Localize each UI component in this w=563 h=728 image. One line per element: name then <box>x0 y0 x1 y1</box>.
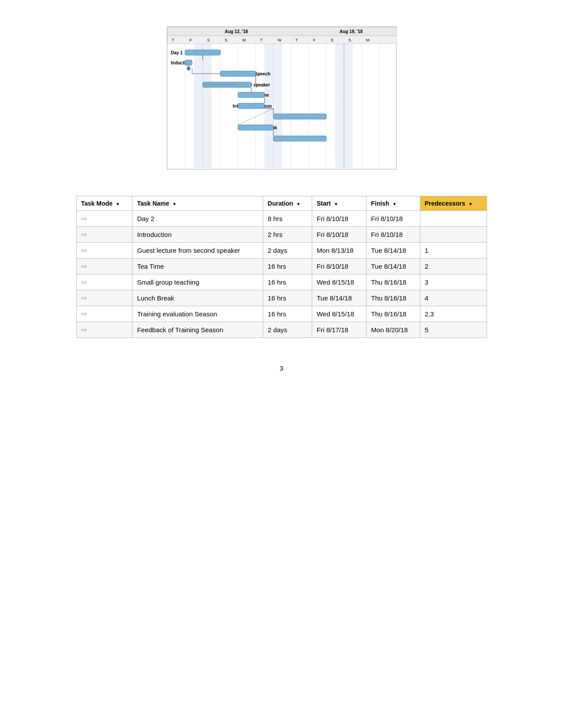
cell-start: Fri 8/10/18 <box>312 227 367 243</box>
day-1: T <box>172 38 174 42</box>
day-2: F <box>189 38 192 42</box>
cell-task-name: Day 2 <box>132 211 263 227</box>
header-start-filter[interactable]: ▼ <box>334 202 338 206</box>
cell-task-name: Guest lecture from second speaker <box>132 243 263 259</box>
table-row: ⇨Introduction2 hrsFri 8/10/18Fri 8/10/18 <box>76 227 487 243</box>
task-teatime-bar <box>238 92 264 98</box>
header-predecessors[interactable]: Predecessors ▼ <box>420 196 487 211</box>
table-header-row: Task Mode ▼ Task Name ▼ Duration ▼ Start… <box>76 196 487 211</box>
task-induction-milestone <box>186 66 191 71</box>
cell-task-name: Introduction <box>132 227 263 243</box>
header-predecessors-filter[interactable]: ▼ <box>468 202 472 206</box>
cell-predecessors: 5 <box>420 322 487 338</box>
day-10: S <box>331 38 333 42</box>
cell-task-mode: ⇨ <box>76 211 132 227</box>
cell-duration: 2 days <box>263 243 312 259</box>
task-mode-icon: ⇨ <box>81 246 87 255</box>
cell-task-name: Training evaluation Season <box>132 306 263 322</box>
cell-start: Wed 8/15/18 <box>312 274 367 290</box>
header-start[interactable]: Start ▼ <box>312 196 367 211</box>
header-duration-label: Duration <box>268 200 293 207</box>
cell-finish: Thu 8/16/18 <box>367 274 420 290</box>
cell-task-mode: ⇨ <box>76 306 132 322</box>
table-body: ⇨Day 28 hrsFri 8/10/18Fri 8/10/18⇨Introd… <box>76 211 487 338</box>
cell-predecessors: 3 <box>420 274 487 290</box>
header-finish-label: Finish <box>371 200 389 207</box>
table-row: ⇨Lunch Break16 hrsTue 8/14/18Thu 8/16/18… <box>76 290 487 306</box>
cell-predecessors <box>420 211 487 227</box>
header-task-mode[interactable]: Task Mode ▼ <box>76 196 132 211</box>
task-training-bar <box>273 114 326 119</box>
cell-task-mode: ⇨ <box>76 274 132 290</box>
task-motivation-bar <box>220 71 256 76</box>
page-number: 3 <box>280 364 283 372</box>
table-row: ⇨Feedback of Training Season2 daysFri 8/… <box>76 322 487 338</box>
task-induction-bar <box>185 60 192 65</box>
task-lunch-bar <box>238 125 273 130</box>
task-day1-label: Day 1 <box>171 50 183 55</box>
task-mode-icon: ⇨ <box>81 294 87 302</box>
cell-task-mode: ⇨ <box>76 322 132 338</box>
header-task-name-label: Task Name <box>137 200 169 207</box>
table-row: ⇨Training evaluation Season16 hrsWed 8/1… <box>76 306 487 322</box>
header-duration[interactable]: Duration ▼ <box>263 196 312 211</box>
cell-task-mode: ⇨ <box>76 227 132 243</box>
header-task-name[interactable]: Task Name ▼ <box>132 196 263 211</box>
cell-task-name: Tea Time <box>132 259 263 274</box>
cell-finish: Thu 8/16/18 <box>367 290 420 306</box>
cell-task-name: Small group teaching <box>132 274 263 290</box>
cell-start: Fri 8/10/18 <box>312 259 367 274</box>
table-row: ⇨Day 28 hrsFri 8/10/18Fri 8/10/18 <box>76 211 487 227</box>
task-table-wrapper: Task Mode ▼ Task Name ▼ Duration ▼ Start… <box>76 196 487 338</box>
task-table: Task Mode ▼ Task Name ▼ Duration ▼ Start… <box>76 196 487 338</box>
cell-duration: 2 hrs <box>263 227 312 243</box>
cell-duration: 16 hrs <box>263 274 312 290</box>
date-aug19: Aug 19, '18 <box>340 29 363 34</box>
cell-finish: Tue 8/14/18 <box>367 259 420 274</box>
task-mode-icon: ⇨ <box>81 278 87 286</box>
cell-predecessors: 2,3 <box>420 306 487 322</box>
task-day1-bar <box>185 50 220 55</box>
cell-start: Mon 8/13/18 <box>312 243 367 259</box>
header-finish[interactable]: Finish ▼ <box>367 196 420 211</box>
header-task-mode-label: Task Mode <box>81 200 113 207</box>
date-aug12: Aug 12, '18 <box>225 29 248 34</box>
task-interactive-bar <box>238 103 264 109</box>
cell-start: Fri 8/17/18 <box>312 322 367 338</box>
cell-duration: 16 hrs <box>263 259 312 274</box>
header-finish-filter[interactable]: ▼ <box>392 202 397 206</box>
cell-start: Fri 8/10/18 <box>312 211 367 227</box>
cell-finish: Fri 8/10/18 <box>367 211 420 227</box>
cell-finish: Tue 8/14/18 <box>367 243 420 259</box>
header-task-name-filter[interactable]: ▼ <box>172 202 177 206</box>
task-mode-icon: ⇨ <box>81 262 87 270</box>
svg-rect-4 <box>167 36 397 44</box>
day-11: S <box>348 38 351 42</box>
header-predecessors-label: Predecessors <box>425 200 465 207</box>
table-row: ⇨Guest lecture from second speaker2 days… <box>76 243 487 259</box>
cell-start: Wed 8/15/18 <box>312 306 367 322</box>
day-7: W <box>278 38 282 42</box>
cell-task-name: Lunch Break <box>132 290 263 306</box>
day-9: F <box>313 38 316 42</box>
task-mode-icon: ⇨ <box>81 230 87 239</box>
cell-start: Tue 8/14/18 <box>312 290 367 306</box>
page: Aug 12, '18 Aug 19, '18 T F S S M T W T … <box>0 0 563 728</box>
gantt-svg: Aug 12, '18 Aug 19, '18 T F S S M T W T … <box>167 27 397 168</box>
day-6: T <box>260 38 263 42</box>
day-8: T <box>295 38 298 42</box>
cell-finish: Thu 8/16/18 <box>367 306 420 322</box>
task-mode-icon: ⇨ <box>81 214 87 223</box>
cell-predecessors: 4 <box>420 290 487 306</box>
gantt-chart: Aug 12, '18 Aug 19, '18 T F S S M T W T … <box>167 26 397 169</box>
header-task-mode-filter[interactable]: ▼ <box>116 202 120 206</box>
task-mode-icon: ⇨ <box>81 326 87 334</box>
cell-duration: 2 days <box>263 322 312 338</box>
day-3: S <box>207 38 210 42</box>
cell-predecessors <box>420 227 487 243</box>
header-duration-filter[interactable]: ▼ <box>296 202 301 206</box>
cell-task-mode: ⇨ <box>76 243 132 259</box>
cell-finish: Fri 8/10/18 <box>367 227 420 243</box>
day-12: M <box>366 38 370 42</box>
day-5: M <box>242 38 246 42</box>
